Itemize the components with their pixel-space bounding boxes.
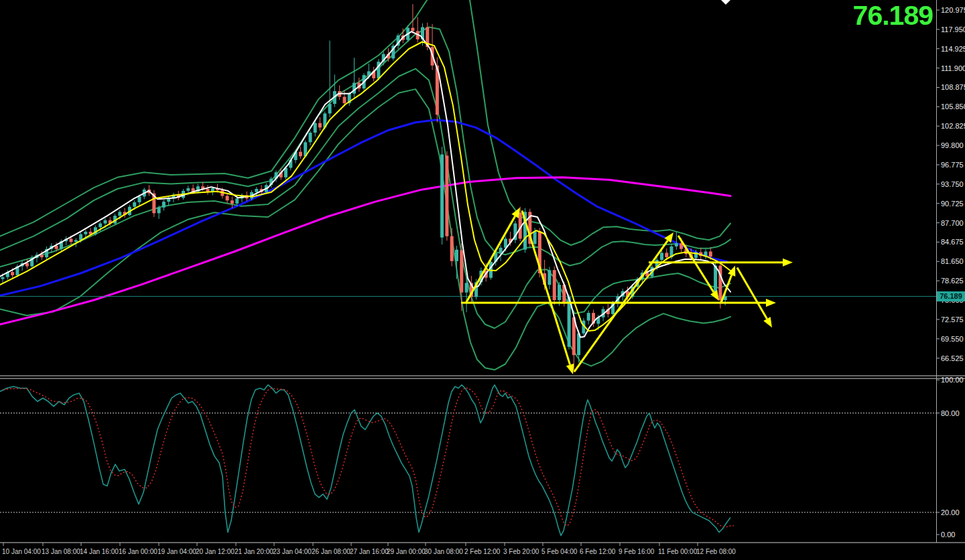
candle-body	[11, 272, 14, 275]
stochastic-k-line	[0, 385, 730, 536]
candle-body	[709, 252, 712, 257]
time-axis-label: 23 Jan 04:00	[273, 548, 312, 555]
candle-body	[74, 240, 78, 242]
candle-body	[104, 220, 107, 224]
trendline-arrow-head[interactable]	[763, 317, 772, 328]
trendline[interactable]	[737, 267, 767, 319]
trendline-arrow-head[interactable]	[511, 208, 520, 218]
price-axis-label: 87.700	[941, 219, 964, 227]
time-axis-label: 3 Feb 20:00	[503, 548, 539, 555]
candle-body	[445, 155, 448, 236]
slow-ma-blue-line	[0, 120, 727, 296]
green-band-lower-outer-line	[0, 89, 730, 370]
candle-body	[440, 155, 444, 238]
time-axis-label: 5 Feb 04:00	[541, 548, 577, 555]
current-price-tag: 76.189	[937, 291, 965, 301]
price-axis-label: 111.900	[941, 64, 965, 72]
candle-body	[40, 255, 44, 257]
time-axis-label: 9 Feb 16:00	[619, 548, 654, 555]
green-band-upper-inner-line	[0, 27, 730, 266]
price-axis-label: 72.575	[941, 316, 964, 324]
stochastic-panel[interactable]	[0, 385, 936, 536]
green-band-lower-inner-line	[0, 69, 730, 328]
candle-body	[186, 188, 190, 191]
time-axis-label: 14 Jan 16:00	[80, 548, 119, 555]
time-axis-label: 16 Jan 00:00	[119, 548, 157, 555]
time-axis-label: 13 Jan 08:00	[42, 548, 80, 555]
candle-body	[558, 285, 561, 300]
candle-body	[162, 202, 166, 208]
candle-body	[84, 232, 87, 234]
price-axis-label: 84.675	[941, 238, 964, 246]
time-axis-label: 19 Jan 04:00	[157, 548, 196, 555]
main-chart-panel[interactable]	[0, 0, 936, 374]
trendline-arrow-head[interactable]	[766, 299, 776, 307]
candle-body	[328, 104, 332, 113]
candle-body	[367, 71, 371, 75]
mouse-cursor-icon	[721, 0, 730, 5]
price-axis-label: 114.925	[941, 45, 965, 53]
candle-body	[411, 28, 414, 31]
price-axis-label: 93.750	[941, 180, 964, 188]
time-axis-label: 11 Feb 00:00	[658, 548, 697, 555]
price-axis-label: 69.550	[941, 335, 964, 343]
candle-body	[309, 133, 312, 142]
candle-body	[314, 123, 317, 133]
candle-body	[1, 277, 5, 279]
candle-body	[714, 266, 717, 295]
oscillator-axis-label: 100.00	[941, 376, 964, 384]
time-axis-label: 6 Feb 12:00	[580, 548, 615, 555]
stochastic-d-line	[3, 388, 734, 527]
time-axis-label: 26 Jan 08:00	[312, 548, 350, 555]
price-axis-label: 81.650	[941, 257, 964, 265]
candle-body	[533, 231, 537, 244]
time-axis-label: 2 Feb 12:00	[464, 548, 500, 555]
trendline-arrow-head[interactable]	[566, 364, 574, 374]
candle-body	[157, 208, 161, 214]
candle-body	[226, 196, 229, 201]
trendline-arrow-head[interactable]	[710, 290, 719, 301]
candle-body	[455, 250, 458, 261]
candle-body	[235, 198, 239, 204]
time-axis-label: 27 Jan 16:00	[350, 548, 389, 555]
oscillator-axis-label: 80.00	[941, 409, 960, 417]
candle-body	[255, 189, 258, 192]
candle-body	[99, 224, 102, 228]
candle-body	[70, 238, 73, 242]
big-price-display: 76.189	[853, 0, 933, 31]
price-axis-label: 120.975	[941, 6, 965, 14]
trendline-arrow-head[interactable]	[783, 259, 793, 267]
trading-chart-window: 120.975117.950114.925111.900108.875105.8…	[0, 0, 965, 560]
time-axis-label: 12 Feb 08:00	[696, 548, 736, 555]
candle-body	[133, 202, 136, 207]
candle-body	[718, 266, 722, 301]
price-axis-label: 96.775	[941, 161, 964, 169]
candle-body	[675, 243, 678, 247]
chart-canvas[interactable]	[0, 0, 965, 560]
price-axis-label: 66.525	[941, 354, 964, 362]
candle-body	[231, 200, 234, 204]
price-axis-label: 78.625	[941, 277, 964, 285]
candle-body	[568, 297, 571, 346]
candle-body	[587, 313, 590, 321]
candle-body	[343, 97, 346, 104]
candle-body	[450, 236, 454, 261]
candle-body	[118, 212, 121, 216]
candle-body	[553, 270, 556, 300]
price-axis-label: 117.950	[941, 25, 965, 33]
time-axis-label: 10 Jan 04:00	[2, 548, 41, 555]
time-axis-label: 30 Jan 08:00	[424, 548, 463, 555]
trendline[interactable]	[678, 236, 714, 293]
candle-body	[138, 196, 141, 202]
candle-body	[352, 83, 356, 94]
time-axis-label: 29 Jan 00:00	[387, 548, 426, 555]
candle-body	[665, 253, 668, 257]
oscillator-axis-label: 0.00	[941, 531, 955, 539]
price-axis-label: 102.825	[941, 122, 965, 130]
candle-body	[460, 251, 463, 293]
price-axis-label: 108.875	[941, 83, 965, 91]
candle-body	[660, 253, 663, 260]
candle-body	[465, 283, 468, 292]
trendline-arrow-head[interactable]	[728, 266, 735, 277]
price-axis-label: 99.800	[941, 141, 964, 149]
